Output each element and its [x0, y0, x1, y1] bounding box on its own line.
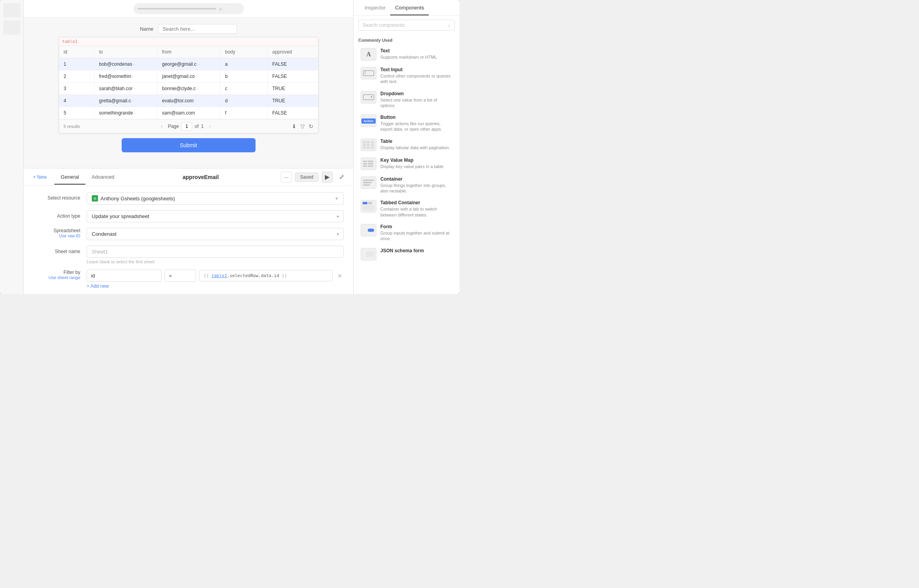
- component-item-text-input[interactable]: Text Input Control other components or q…: [356, 64, 457, 88]
- spreadsheet-label: Spreadsheet: [33, 228, 80, 233]
- component-item-json-schema[interactable]: JSON schema form: [356, 245, 457, 264]
- component-item-tabbed[interactable]: Tabbed Container Container with a tab to…: [356, 197, 457, 221]
- json-schema-icon: [363, 251, 374, 257]
- tab-components[interactable]: Components: [390, 0, 429, 15]
- expand-button[interactable]: ⤢: [336, 172, 347, 183]
- add-new-button[interactable]: + Add new: [87, 282, 344, 290]
- component-item-table[interactable]: Table Display tabular data with paginati…: [356, 135, 457, 154]
- component-item-dropdown[interactable]: ▼ Dropdown Select one value from a list …: [356, 88, 457, 112]
- container-component-info: Container Group things together into gro…: [380, 176, 452, 194]
- tabbed-icon-top: [363, 202, 374, 204]
- right-panel-tabs: Inspector Components: [354, 0, 460, 16]
- top-search-bar-content: [137, 8, 216, 9]
- table-row[interactable]: 3 sarah@blah.cor··· bonnie@clyde.c··· c …: [59, 83, 318, 95]
- table-actions: ⬇ ▽ ↻: [292, 123, 313, 129]
- name-input[interactable]: [158, 24, 237, 34]
- section-title: Commonly Used: [354, 35, 460, 45]
- run-button[interactable]: ▶: [322, 172, 333, 183]
- page-input[interactable]: [181, 122, 192, 131]
- saved-button[interactable]: Saved: [295, 172, 319, 182]
- kv-component-desc: Display key value pairs in a table.: [380, 164, 452, 169]
- table-icon-cell: [371, 144, 374, 146]
- search-box[interactable]: ⌕: [358, 20, 455, 31]
- filter-prop: .selectedRow.data.id: [227, 273, 282, 278]
- brace-open: {{: [204, 273, 211, 278]
- sidebar-item-1[interactable]: [3, 3, 20, 17]
- new-button[interactable]: + New: [30, 173, 50, 181]
- component-item-button[interactable]: Action Button Trigger actions like run q…: [356, 111, 457, 135]
- json-schema-component-name: JSON schema form: [380, 248, 452, 253]
- top-search-bar[interactable]: ⌕: [133, 3, 244, 14]
- dropdown-component-icon: ▼: [361, 91, 376, 104]
- use-raw-id-link[interactable]: Use raw ID: [33, 233, 80, 238]
- search-icon: ⌕: [448, 22, 450, 28]
- cell-approved-5: FALSE: [268, 107, 319, 119]
- filter-op-select[interactable]: =: [165, 270, 196, 282]
- action-type-select[interactable]: Update your spreadsheet: [87, 210, 344, 222]
- dropdown-component-desc: Select one value from a list of options.: [380, 97, 452, 109]
- table-component-desc: Display tabular data with pagination.: [380, 145, 452, 150]
- prev-page-btn[interactable]: ‹: [157, 122, 165, 130]
- search-input[interactable]: [363, 22, 445, 28]
- text-component-desc: Supports markdown or HTML.: [380, 54, 452, 60]
- kv-row: [363, 161, 374, 162]
- action-type-wrapper: Update your spreadsheet ▼: [87, 210, 344, 222]
- left-sidebar: [0, 0, 24, 294]
- container-component-desc: Group things together into groups, also …: [380, 183, 452, 194]
- download-btn[interactable]: ⬇: [292, 123, 296, 129]
- page-label: Page: [168, 124, 179, 129]
- dots-button[interactable]: ···: [281, 172, 292, 183]
- canvas-wrapper: Name table1 id to from body approved: [51, 24, 326, 152]
- component-item-form[interactable]: Form Group inputs together and submit at…: [356, 221, 457, 245]
- sidebar-item-2[interactable]: [3, 20, 20, 35]
- filter-by-label: Filter by: [33, 270, 80, 275]
- table-row[interactable]: 1 bob@condenas··· george@gmail.c··· a FA…: [59, 58, 318, 70]
- tab-general[interactable]: General: [54, 169, 85, 185]
- table-component: table1 id to from body approved 1 bob@co…: [59, 37, 319, 133]
- form-row-action-type: Action type Update your spreadsheet ▼: [33, 210, 344, 222]
- container-bar: [363, 184, 370, 186]
- table-header-row: id to from body approved: [59, 46, 318, 58]
- form-component-info: Form Group inputs together and submit at…: [380, 224, 452, 242]
- table-icon-cell: [363, 141, 366, 143]
- action-type-control: Update your spreadsheet ▼: [87, 210, 344, 222]
- col-header-to: to: [94, 46, 157, 58]
- table-icon-cell: [363, 146, 366, 149]
- filter-value-box[interactable]: {{ table1.selectedRow.data.id }}: [199, 270, 333, 281]
- tab-inspector[interactable]: Inspector: [360, 0, 390, 15]
- component-item-kv[interactable]: Key Value Map Display key value pairs in…: [356, 154, 457, 173]
- cell-id-5: 5: [59, 107, 94, 119]
- results-count: 5 results: [64, 124, 80, 129]
- submit-button[interactable]: Submit: [122, 138, 256, 152]
- use-sheet-range-link[interactable]: Use sheet range: [33, 275, 80, 280]
- tab-advanced[interactable]: Advanced: [85, 169, 121, 185]
- table-row[interactable]: 4 gretta@gmail.c··· evalu@tor.com d TRUE: [59, 95, 318, 107]
- table-row[interactable]: 5 somethingrande··· sam@sam.com f FALSE: [59, 107, 318, 119]
- tabbed-body: [363, 205, 374, 211]
- main-area: ⌕ Name table1 id to from: [24, 0, 353, 294]
- cell-to-5: somethingrande···: [94, 107, 157, 119]
- spreadsheet-select[interactable]: Condenast: [87, 228, 344, 240]
- tabbed-component-info: Tabbed Container Container with a tab to…: [380, 200, 452, 218]
- refresh-btn[interactable]: ↻: [309, 123, 313, 129]
- component-item-container[interactable]: Container Group things together into gro…: [356, 173, 457, 197]
- run-icon: ▶: [325, 173, 330, 181]
- sheet-name-input[interactable]: [87, 246, 344, 258]
- filter-field-input[interactable]: [87, 270, 161, 282]
- pagination: ‹ Page of 1 ›: [157, 122, 214, 131]
- action-title: approveEmail: [122, 174, 279, 180]
- cell-from-4: evalu@tor.com: [157, 95, 220, 107]
- filter-control: = {{ table1.selectedRow.data.id }} ✕ + A…: [87, 270, 344, 290]
- cell-approved-4: TRUE: [268, 95, 319, 107]
- next-page-btn[interactable]: ›: [206, 122, 214, 130]
- sheet-name-hint: Leave blank to select the first sheet: [87, 259, 344, 264]
- table-row[interactable]: 2 fred@somethin··· janet@gmail.co··· b F…: [59, 70, 318, 83]
- button-icon: Action: [361, 118, 376, 124]
- bottom-panel-header: + New General Advanced approveEmail ··· …: [24, 168, 353, 186]
- tabbed-icon: [363, 202, 374, 211]
- filter-btn[interactable]: ▽: [300, 123, 305, 129]
- component-item-text[interactable]: A Text Supports markdown or HTML.: [356, 45, 457, 64]
- resource-select[interactable]: G Anthony Gsheets (googlesheets) ▼: [87, 192, 344, 205]
- filter-close-btn[interactable]: ✕: [336, 271, 344, 281]
- col-header-from: from: [157, 46, 220, 58]
